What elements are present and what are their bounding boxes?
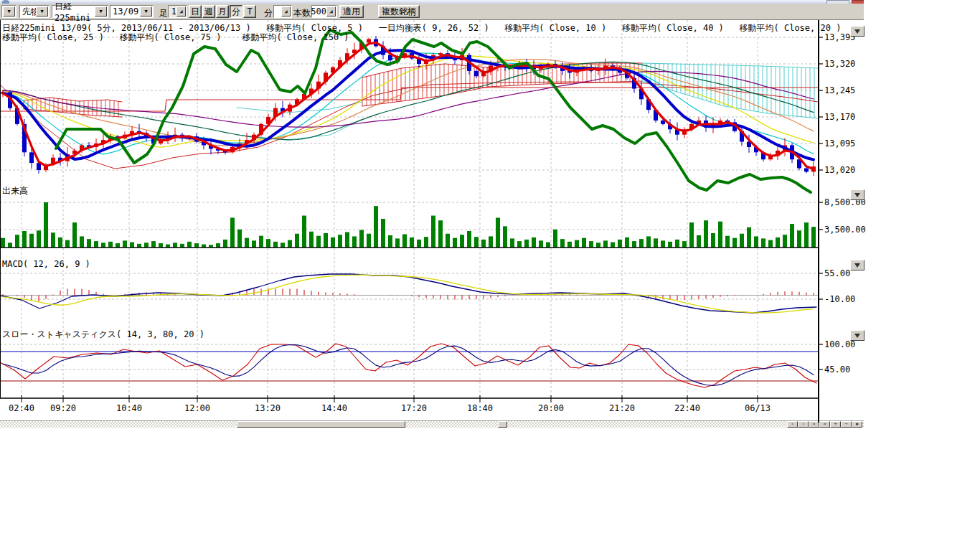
x-axis-label: 02:40 [6,403,37,413]
stoch-scale-dropdown-button[interactable] [850,330,864,341]
stoch-panel-label: スロー・ストキャスティクス( 14, 3, 80, 20 ) [2,329,204,341]
y-axis-label: -10.00 [824,294,863,304]
x-axis-label: 18:40 [464,403,496,413]
y-axis-label: 13,095 [824,138,863,149]
x-axis-label: 09:20 [47,403,79,413]
chart-canvas[interactable] [0,0,864,428]
triangle-down-icon [854,263,860,268]
screen: ▼ 先物 ▼ 日経225mini ▼ 13/09 ▼ 足 1 ◢ 日 週 月 分 [0,0,980,551]
volume-panel-label: 出来高 [2,185,28,197]
x-axis-label: 14:40 [319,403,350,413]
volume-scale-dropdown-button[interactable] [850,189,864,200]
triangle-down-icon [854,334,860,338]
y-axis-label: 13,320 [824,59,863,69]
y-axis-label: 13,245 [824,85,863,95]
x-axis-label: 21:20 [606,403,638,413]
x-axis-label: 12:00 [182,403,213,413]
macd-scale-dropdown-button[interactable] [850,260,864,270]
price-scale-dropdown-button[interactable] [850,26,864,37]
x-axis-label: 22:40 [672,403,703,413]
x-axis-label: 10:40 [113,403,145,413]
y-axis-label: 13,020 [824,165,863,175]
y-axis-label: 13,170 [824,112,863,122]
triangle-down-icon [854,29,860,34]
y-axis-label: 3,500.00 [824,225,863,235]
triangle-down-icon [854,193,860,197]
x-axis-label: 06/13 [742,403,773,413]
y-axis-label: 45.00 [824,364,863,375]
legend-line-2: 移動平均( Close, 25 ) 移動平均( Close, 75 ) 移動平均… [2,32,349,44]
chart-application-window: ▼ 先物 ▼ 日経225mini ▼ 13/09 ▼ 足 1 ◢ 日 週 月 分 [0,0,864,428]
y-axis-label: 100.00 [824,339,863,349]
x-axis-label: 17:20 [398,403,430,413]
x-axis-label: 13:20 [252,403,283,413]
x-axis-label: 20:00 [535,403,567,413]
macd-panel-label: MACD( 12, 26, 9 ) [2,259,90,269]
